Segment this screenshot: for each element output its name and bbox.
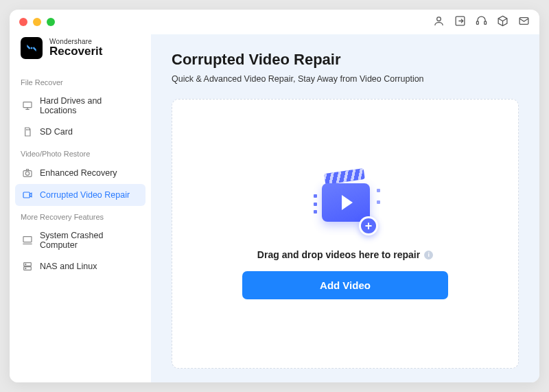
sidebar-item-nas-linux[interactable]: NAS and Linux [15,255,145,277]
svg-rect-3 [484,21,487,24]
account-icon[interactable] [433,15,445,30]
svg-rect-8 [23,192,30,198]
sidebar-item-label: Hard Drives and Locations [40,96,139,115]
sidebar-section-label: Video/Photo Restore [15,143,145,162]
close-window-button[interactable] [19,18,27,26]
add-video-button[interactable]: Add Video [242,271,448,299]
sidebar: Wondershare Recoverit File RecoverHard D… [10,34,151,382]
titlebar [10,10,539,34]
mail-icon[interactable] [518,15,530,30]
app-window: Wondershare Recoverit File RecoverHard D… [10,10,539,382]
sdcard-icon [22,126,33,137]
brand: Wondershare Recoverit [15,34,145,71]
sidebar-item-label: Corrupted Video Repair [40,190,130,200]
dropzone-label: Drag and drop videos here to repair [257,249,420,260]
sidebar-item-label: NAS and Linux [40,262,97,271]
svg-point-0 [437,16,441,21]
sidebar-item-hard-drives[interactable]: Hard Drives and Locations [15,91,145,121]
video-dropzone[interactable]: + Drag and drop videos here to repair i … [172,99,519,369]
maximize-window-button[interactable] [47,18,55,26]
page-subtitle: Quick & Advanced Video Repair, Stay Away… [172,74,519,84]
svg-rect-9 [23,237,32,242]
window-controls [19,18,55,26]
main-panel: Corrupted Video Repair Quick & Advanced … [151,34,539,382]
import-icon[interactable] [454,15,466,30]
sidebar-item-enhanced-recovery[interactable]: Enhanced Recovery [15,162,145,184]
dropzone-text: Drag and drop videos here to repair i [257,249,433,260]
svg-point-12 [25,264,26,264]
monitor-icon [22,100,33,111]
package-icon[interactable] [497,15,509,30]
repair-icon [22,189,33,200]
camera-icon [22,168,33,178]
info-icon[interactable]: i [424,251,433,260]
sidebar-section-label: More Recovery Features [15,206,145,225]
minimize-window-button[interactable] [33,18,41,26]
server-icon [22,261,33,272]
support-icon[interactable] [476,15,487,30]
video-repair-illustration-icon: + [304,168,386,237]
brand-logo-icon [21,37,43,59]
sidebar-item-system-crashed[interactable]: System Crashed Computer [15,225,145,255]
sidebar-item-sd-card[interactable]: SD Card [15,121,145,143]
svg-rect-5 [23,102,32,108]
desktop-icon [22,235,33,246]
sidebar-item-label: Enhanced Recovery [40,168,117,178]
svg-point-13 [25,268,26,268]
header-actions [433,15,530,30]
svg-rect-2 [476,21,478,24]
brand-big-text: Recoverit [49,45,102,58]
sidebar-item-label: SD Card [40,127,73,137]
sidebar-item-corrupted-video-repair[interactable]: Corrupted Video Repair [15,184,145,206]
sidebar-item-label: System Crashed Computer [40,231,139,250]
page-title: Corrupted Video Repair [172,51,519,69]
svg-point-7 [25,172,29,175]
sidebar-section-label: File Recover [15,71,145,91]
